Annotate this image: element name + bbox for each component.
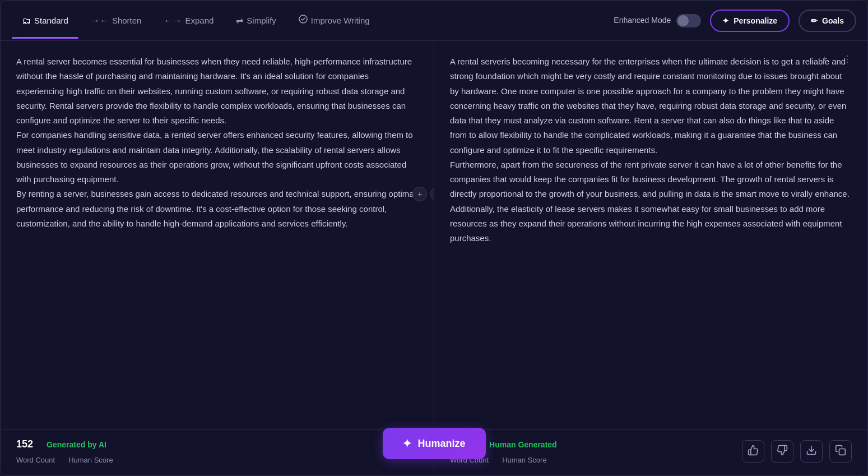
right-add-button[interactable]: + bbox=[816, 50, 834, 68]
personalize-star-icon: ✦ bbox=[722, 16, 729, 25]
tab-standard-label: Standard bbox=[34, 14, 68, 27]
para-add-button[interactable]: + bbox=[412, 187, 427, 201]
enhanced-mode-control: Enhanced Mode bbox=[614, 14, 701, 27]
tab-shorten-label: Shorten bbox=[112, 14, 142, 27]
right-panel-scroll[interactable]: A rental serveris becoming necessary for… bbox=[434, 41, 867, 429]
left-para-2: For companies handling sensitive data, a… bbox=[16, 128, 418, 187]
left-panel-scroll[interactable]: A rental server becomes essential for bu… bbox=[1, 41, 434, 429]
right-panel-actions: + ⋮ bbox=[816, 50, 856, 68]
left-paragraph-2: For companies handling sensitive data, a… bbox=[16, 128, 418, 187]
left-word-count-value: 152 bbox=[16, 436, 33, 452]
right-status-badge: Human Generated bbox=[489, 438, 557, 451]
toolbar: 🗂 Standard →← Shorten ←→ Expand ⇌ Simpli… bbox=[1, 1, 867, 41]
left-footer-labels: Word Count Human Score bbox=[16, 455, 418, 466]
personalize-button[interactable]: ✦ Personalize bbox=[710, 10, 790, 32]
toolbar-tabs: 🗂 Standard →← Shorten ←→ Expand ⇌ Simpli… bbox=[12, 9, 614, 33]
download-icon bbox=[806, 445, 817, 459]
humanize-button[interactable]: ✦ Humanize bbox=[382, 428, 485, 459]
right-panel: + ⋮ A rental serveris becoming necessary… bbox=[434, 41, 867, 475]
right-footer-row: 269 Human Generated Word Count Human Sco… bbox=[450, 436, 852, 466]
right-para-1: A rental serveris becoming necessary for… bbox=[450, 54, 852, 158]
para-menu-button[interactable]: ⋮ bbox=[430, 187, 434, 201]
left-paragraph-3: By renting a server, businesses gain acc… bbox=[16, 187, 418, 231]
left-footer-stats: 152 Generated by AI bbox=[16, 436, 418, 452]
right-paragraph-1: A rental serveris becoming necessary for… bbox=[450, 54, 852, 158]
tab-simplify-label: Simplify bbox=[247, 14, 276, 27]
tab-expand-label: Expand bbox=[185, 14, 213, 27]
tab-standard[interactable]: 🗂 Standard bbox=[12, 9, 78, 33]
right-panel-footer: 269 Human Generated Word Count Human Sco… bbox=[434, 429, 867, 475]
tab-expand[interactable]: ←→ Expand bbox=[154, 9, 224, 33]
tab-improve-writing[interactable]: Improve Writing bbox=[289, 9, 380, 33]
left-human-score-label: Human Score bbox=[68, 455, 113, 466]
tab-shorten[interactable]: →← Shorten bbox=[81, 9, 152, 33]
simplify-icon: ⇌ bbox=[236, 13, 243, 28]
thumbs-up-icon bbox=[748, 445, 759, 459]
copy-icon bbox=[835, 445, 846, 459]
improve-icon bbox=[299, 13, 308, 28]
humanize-button-label: Humanize bbox=[417, 438, 465, 450]
tab-improve-label: Improve Writing bbox=[311, 14, 370, 27]
humanize-sparkle-icon: ✦ bbox=[402, 437, 412, 450]
toolbar-right: Enhanced Mode ✦ Personalize ✏ Goals bbox=[614, 10, 856, 32]
enhanced-mode-toggle[interactable] bbox=[676, 14, 701, 27]
copy-button[interactable] bbox=[829, 440, 852, 463]
download-button[interactable] bbox=[800, 440, 823, 463]
enhanced-mode-label: Enhanced Mode bbox=[614, 14, 671, 26]
right-human-score-label: Human Score bbox=[502, 455, 546, 466]
standard-icon: 🗂 bbox=[22, 13, 31, 28]
goals-button[interactable]: ✏ Goals bbox=[799, 10, 856, 32]
expand-icon: ←→ bbox=[164, 13, 182, 28]
left-para-1: A rental server becomes essential for bu… bbox=[16, 54, 418, 128]
left-panel: A rental server becomes essential for bu… bbox=[1, 41, 434, 475]
right-menu-button[interactable]: ⋮ bbox=[838, 50, 856, 68]
thumbs-up-button[interactable] bbox=[742, 440, 764, 463]
shorten-icon: →← bbox=[91, 13, 109, 28]
left-panel-footer: 152 Generated by AI Word Count Human Sco… bbox=[1, 429, 434, 475]
app-container: 🗂 Standard →← Shorten ←→ Expand ⇌ Simpli… bbox=[0, 0, 868, 476]
personalize-label: Personalize bbox=[734, 16, 777, 25]
left-paragraph-1: A rental server becomes essential for bu… bbox=[16, 54, 418, 128]
right-panel-text: A rental serveris becoming necessary for… bbox=[450, 54, 852, 246]
goals-label: Goals bbox=[822, 16, 844, 25]
left-word-count-label: Word Count bbox=[16, 455, 55, 466]
goals-pencil-icon: ✏ bbox=[811, 16, 818, 25]
thumbs-down-icon bbox=[777, 445, 788, 459]
left-para-3: By renting a server, businesses gain acc… bbox=[16, 187, 418, 231]
thumbs-down-button[interactable] bbox=[771, 440, 793, 463]
svg-rect-2 bbox=[839, 449, 846, 455]
left-panel-text: A rental server becomes essential for bu… bbox=[16, 54, 418, 231]
humanize-area: ✦ Humanize bbox=[371, 428, 496, 459]
tab-simplify[interactable]: ⇌ Simplify bbox=[226, 9, 286, 33]
right-footer-actions bbox=[742, 440, 852, 463]
main-content: A rental server becomes essential for bu… bbox=[1, 41, 867, 475]
right-paragraph-2: Furthermore, apart from the secureness o… bbox=[450, 158, 852, 246]
left-status-badge: Generated by AI bbox=[47, 438, 106, 451]
right-para-2: Furthermore, apart from the secureness o… bbox=[450, 158, 852, 246]
